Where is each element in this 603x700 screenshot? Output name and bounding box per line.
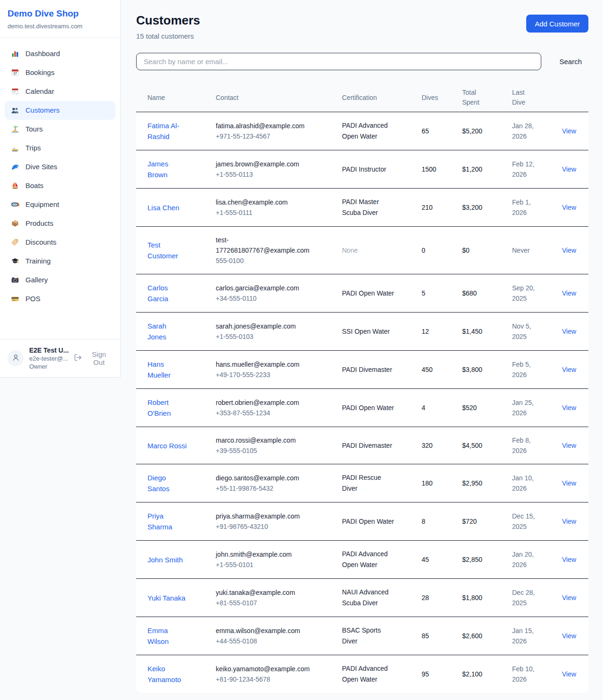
view-link[interactable]: View [562,328,576,335]
sidebar-item-discounts[interactable]: Discounts [5,233,115,252]
total-spent-cell: $2,850 [462,556,512,563]
customer-email: diego.santos@example.com [216,473,315,483]
sidebar-item-customers[interactable]: Customers [5,101,115,120]
last-dive-cell: Jan 15, 2026 [512,626,562,646]
dives-cell: 28 [422,594,462,601]
certification-cell: PADI Advanced Open Water [342,549,422,570]
sidebar-item-boats[interactable]: Boats [5,176,115,195]
user-name: E2E Test U... [29,346,68,354]
sidebar-item-bookings[interactable]: 17 Bookings [5,63,115,82]
table-row: James Brown james.brown@example.com +1-5… [136,150,588,189]
dives-cell: 450 [422,366,462,373]
sidebar-item-dive-sites[interactable]: Dive Sites [5,157,115,176]
contact-cell: fatima.alrashid@example.com +971-55-123-… [216,121,342,141]
customer-name-link[interactable]: Fatima Al-Rashid [147,120,216,142]
total-spent-cell: $2,950 [462,479,512,487]
tear-off-calendar-icon [11,87,19,96]
last-dive-cell: Sep 20, 2025 [512,283,562,304]
table-row: Yuki Tanaka yuki.tanaka@example.com +81-… [136,579,588,617]
total-spent-cell: $680 [462,289,512,297]
column-header-certification: Certification [342,93,422,102]
view-link[interactable]: View [562,247,576,254]
sidebar-item-products[interactable]: Products [5,214,115,233]
view-link[interactable]: View [562,204,576,211]
sidebar-item-training[interactable]: Training [5,252,115,271]
customer-name-link[interactable]: Keiko Yamamoto [147,663,216,685]
customer-email: john.smith@example.com [216,549,315,560]
sidebar-item-label: Products [25,219,53,227]
view-link[interactable]: View [562,632,576,640]
customer-name-link[interactable]: Priya Sharma [147,511,216,532]
diving-mask-icon [11,200,19,209]
dives-cell: 210 [422,204,462,211]
customer-name-link[interactable]: Hans Mueller [147,359,216,380]
contact-cell: carlos.garcia@example.com +34-555-0110 [216,283,342,304]
view-link[interactable]: View [562,556,576,563]
dives-cell: 4 [422,404,462,412]
sidebar-item-gallery[interactable]: Gallery [5,271,115,289]
sidebar-item-equipment[interactable]: Equipment [5,195,115,214]
customer-name-link[interactable]: Robert O'Brien [147,397,216,419]
sidebar-item-label: Dive Sites [25,163,57,171]
sidebar-item-trips[interactable]: Trips [5,139,115,157]
view-link[interactable]: View [562,518,576,525]
sidebar-item-tours[interactable]: Tours [5,120,115,139]
certification-cell: None [342,245,422,256]
view-link[interactable]: View [562,404,576,412]
view-link[interactable]: View [562,670,576,678]
total-spent-cell: $1,450 [462,328,512,335]
sailboat-icon [11,181,19,190]
package-icon [11,219,19,228]
table-row: John Smith john.smith@example.com +1-555… [136,541,588,579]
customer-name-link[interactable]: Lisa Chen [147,202,216,213]
dives-cell: 320 [422,442,462,449]
customer-email: robert.obrien@example.com [216,397,315,408]
customer-name-link[interactable]: Sarah Jones [147,321,216,342]
customer-name-link[interactable]: John Smith [147,554,216,565]
view-link[interactable]: View [562,165,576,173]
contact-cell: diego.santos@example.com +55-11-99876-54… [216,473,342,494]
sign-out-button[interactable]: Sign Out [74,350,113,366]
view-link[interactable]: View [562,289,576,297]
customer-email: keiko.yamamoto@example.com [216,664,315,674]
total-spent-cell: $3,800 [462,366,512,373]
table-row: Marco Rossi marco.rossi@example.com +39-… [136,427,588,464]
customer-phone: +34-555-0110 [216,293,315,304]
dives-cell: 12 [422,328,462,335]
sidebar-nav: Dashboard 17 Bookings Calendar Customers… [0,38,120,339]
shop-name: Demo Dive Shop [8,8,113,19]
certification-cell: PADI Divemaster [342,440,422,451]
search-button[interactable]: Search [553,54,588,69]
view-link[interactable]: View [562,442,576,449]
search-input[interactable] [136,53,541,70]
total-spent-cell: $1,200 [462,165,512,173]
customer-phone: +55-11-99876-5432 [216,483,315,494]
view-link[interactable]: View [562,479,576,487]
graduation-cap-icon [11,257,19,265]
sidebar-item-calendar[interactable]: Calendar [5,82,115,101]
customer-name-link[interactable]: Yuki Tanaka [147,593,216,603]
last-dive-cell: Never [512,245,562,255]
add-customer-button[interactable]: Add Customer [526,15,588,33]
customer-email: james.brown@example.com [216,159,315,169]
view-link[interactable]: View [562,366,576,373]
customer-name-link[interactable]: James Brown [147,158,216,180]
customer-phone: +1-555-0113 [216,169,315,180]
sidebar-item-dashboard[interactable]: Dashboard [5,44,115,63]
customer-name-link[interactable]: Diego Santos [147,472,216,494]
table-row: Keiko Yamamoto keiko.yamamoto@example.co… [136,655,588,693]
contact-cell: keiko.yamamoto@example.com +81-90-1234-5… [216,664,342,684]
customer-name-link[interactable]: Emma Wilson [147,625,216,647]
certification-cell: PADI Open Water [342,403,422,413]
view-link[interactable]: View [562,594,576,601]
customer-phone: +44-555-0108 [216,636,315,646]
sidebar-item-label: POS [25,295,41,303]
certification-cell: PADI Advanced Open Water [342,120,422,142]
customer-phone: +39-555-0105 [216,445,315,456]
customer-name-link[interactable]: Marco Rossi [147,440,216,451]
sidebar-item-pos[interactable]: POS [5,289,115,308]
customer-name-link[interactable]: Carlos Garcia [147,282,216,304]
view-link[interactable]: View [562,127,576,135]
customer-name-link[interactable]: Test Customer [147,239,216,261]
contact-cell: yuki.tanaka@example.com +81-555-0107 [216,587,342,608]
